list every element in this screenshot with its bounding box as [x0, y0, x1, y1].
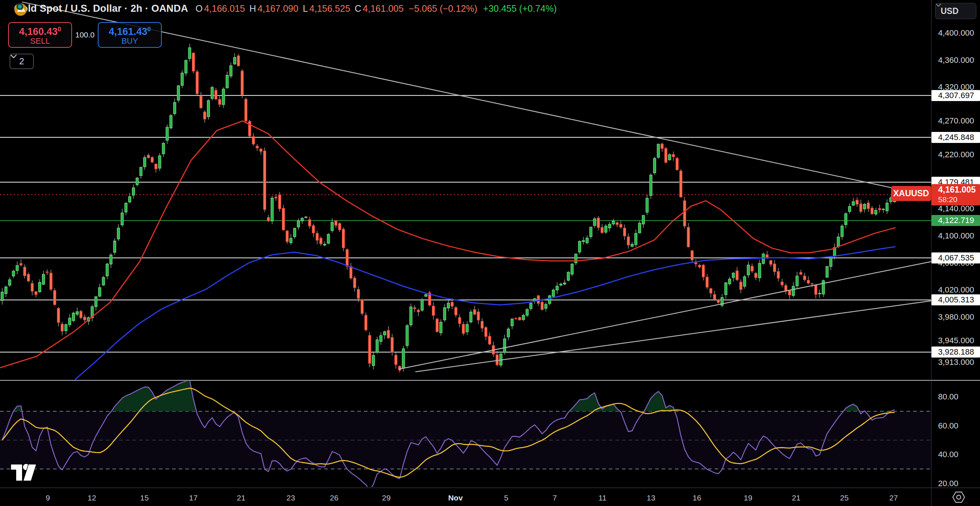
candle-up	[95, 297, 97, 306]
candle-up	[608, 224, 611, 228]
candle-down	[878, 208, 881, 210]
candle-up	[38, 282, 41, 292]
candle-up	[8, 280, 11, 285]
candle-up	[649, 175, 652, 195]
candle-down	[496, 355, 498, 365]
chart-canvas[interactable]	[0, 0, 980, 506]
price-level-label[interactable]: 4,122.719	[931, 215, 980, 226]
time-tick: 26	[330, 493, 338, 503]
candle-up	[409, 307, 412, 325]
candle-up	[327, 235, 330, 243]
settings-gear-icon[interactable]	[951, 490, 966, 504]
price-tick: 3,980.000	[938, 312, 974, 322]
candle-up	[170, 116, 172, 128]
candle-down	[282, 208, 285, 230]
market-status-icon[interactable]	[16, 3, 24, 10]
candle-down	[339, 224, 341, 230]
candle-up	[128, 197, 131, 202]
candle-up	[76, 312, 79, 314]
price-level-label[interactable]: 4,307.697	[931, 90, 980, 101]
candle-down	[784, 286, 787, 291]
candle-down	[312, 225, 315, 233]
candle-up	[653, 159, 656, 173]
price-level-label[interactable]: 4,067.535	[931, 252, 980, 263]
candle-down	[766, 255, 768, 257]
candle-down	[350, 266, 352, 278]
fast-ma-line[interactable]	[0, 121, 895, 368]
candle-up	[290, 238, 292, 243]
candle-up	[114, 241, 116, 252]
candle-down	[481, 321, 484, 328]
candle-up	[530, 303, 532, 309]
candle-down	[515, 318, 517, 319]
candle-up	[582, 241, 585, 242]
candle-down	[218, 99, 221, 105]
candle-up	[875, 210, 877, 214]
candle-down	[241, 71, 243, 95]
candle-up	[635, 233, 637, 245]
price-axis[interactable]: 4,400.0004,360.0004,320.0004,270.0004,22…	[931, 0, 980, 506]
candle-down	[151, 157, 154, 162]
price-tick: 4,360.000	[938, 56, 974, 65]
candle-count-badge[interactable]: 2	[10, 54, 34, 69]
candle-down	[432, 306, 435, 316]
candle-up	[234, 57, 236, 64]
indicator-tick: 20.00	[938, 479, 958, 489]
candle-up	[556, 286, 558, 290]
price-tick: 4,270.000	[938, 116, 974, 126]
symbol-title[interactable]: Gold Spot / U.S. Dollar · 2h · OANDA	[14, 3, 188, 14]
candle-down	[680, 171, 682, 197]
candle-down	[773, 264, 776, 271]
symbol-price-flag[interactable]: XAUUSD	[891, 186, 931, 201]
price-level-label[interactable]: 4,245.848	[931, 132, 980, 143]
candle-down	[80, 311, 82, 318]
slow-ma-line[interactable]	[75, 247, 895, 379]
candle-down	[458, 317, 461, 324]
ascending-support-lower-trendline[interactable]	[415, 301, 931, 372]
candle-up	[466, 325, 468, 332]
candle-up	[646, 198, 648, 212]
candle-down	[395, 355, 398, 365]
current-price-label[interactable]: 4,161.00558:20	[931, 184, 980, 205]
price-level-label[interactable]: 3,928.188	[931, 346, 980, 357]
candle-down	[203, 112, 206, 119]
sell-button[interactable]: 4,160.430 SELL	[8, 22, 72, 48]
candle-up	[837, 237, 840, 246]
candle-down	[353, 278, 356, 288]
open-value: 4,166.015	[204, 3, 245, 14]
candle-down	[31, 283, 33, 291]
candle-down	[789, 291, 791, 295]
candle-up	[425, 295, 427, 297]
currency-dropdown[interactable]: USD	[935, 3, 976, 19]
candle-up	[864, 204, 866, 209]
candle-down	[518, 317, 521, 320]
candle-down	[474, 309, 476, 314]
candle-down	[245, 99, 247, 121]
candle-up	[743, 277, 746, 286]
candle-up	[65, 325, 67, 331]
time-tick: 5	[504, 493, 508, 503]
candle-up	[848, 206, 851, 212]
candle-up	[293, 228, 296, 236]
price-tick: 4,020.000	[938, 285, 974, 295]
price-tick: 4,220.000	[938, 150, 974, 160]
rsi-overbought-fill	[570, 393, 620, 411]
candle-down	[811, 283, 813, 284]
candle-down	[751, 266, 754, 271]
panel-separator[interactable]	[0, 380, 980, 381]
currency-value: USD	[941, 6, 959, 16]
candle-down	[61, 324, 64, 331]
candle-up	[586, 238, 589, 243]
candle-down	[346, 249, 348, 266]
time-tick: 21	[792, 493, 800, 503]
candle-down	[342, 229, 345, 248]
price-level-label[interactable]: 4,005.313	[931, 294, 980, 305]
buy-button[interactable]: 4,161.430 BUY	[98, 22, 162, 48]
candle-up	[173, 103, 176, 114]
session-change: +30.455 (+0.74%)	[483, 3, 557, 14]
price-axis-separator[interactable]	[931, 0, 931, 506]
candle-down	[691, 251, 693, 260]
price-tick: 3,913.000	[938, 357, 974, 367]
candle-down	[624, 228, 626, 236]
candle-up	[68, 318, 71, 325]
